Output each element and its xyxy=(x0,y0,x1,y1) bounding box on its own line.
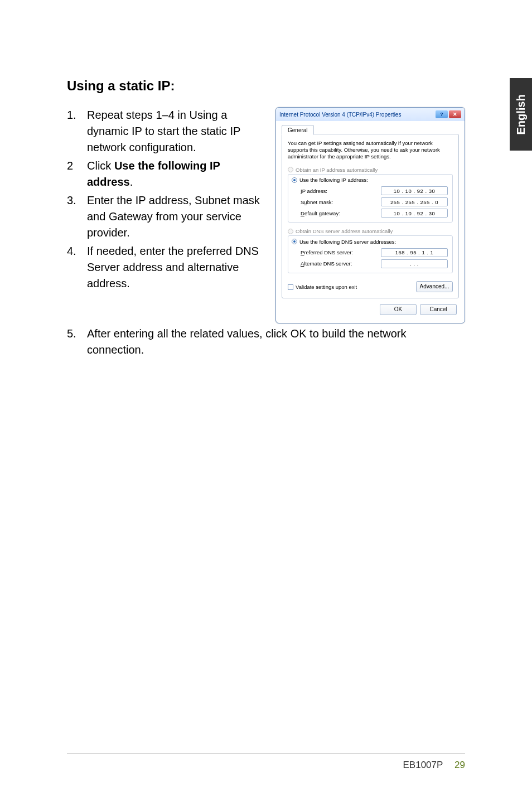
label-pref-dns: Preferred DNS server: xyxy=(301,249,381,255)
radio-icon xyxy=(288,167,293,172)
radio-icon xyxy=(292,177,297,183)
step-number: 3. xyxy=(67,192,87,241)
footer-model: EB1007P xyxy=(403,760,443,770)
dialog-title: Internet Protocol Version 4 (TCP/IPv4) P… xyxy=(279,112,401,118)
ok-button[interactable]: OK xyxy=(380,304,417,315)
step-number: 1. xyxy=(67,107,87,156)
step-text: After entering all the related values, c… xyxy=(87,326,465,358)
step-number: 2 xyxy=(67,158,87,190)
radio-obtain-ip-auto[interactable]: Obtain an IP address automatically xyxy=(288,166,453,174)
ip-address-group: Use the following IP address: IP address… xyxy=(288,174,453,223)
step-1: 1. Repeat steps 1–4 in Using a dynamic I… xyxy=(67,107,262,156)
radio-use-dns[interactable]: Use the following DNS server addresses: xyxy=(291,239,397,245)
radio-icon xyxy=(288,229,293,234)
field-ip-address: IP address: 10 . 10 . 92 . 30 xyxy=(301,186,448,195)
step-text: Repeat steps 1–4 in Using a dynamic IP t… xyxy=(87,107,262,156)
checkbox-icon xyxy=(288,284,293,290)
help-button[interactable]: ? xyxy=(436,110,448,118)
radio-icon xyxy=(292,239,297,244)
label-ip: IP address: xyxy=(301,188,381,194)
label-gateway: Default gateway: xyxy=(301,210,381,216)
tab-panel: You can get IP settings assigned automat… xyxy=(282,134,459,298)
field-pref-dns: Preferred DNS server: 168 . 95 . 1 . 1 xyxy=(301,248,448,257)
close-button[interactable]: ✕ xyxy=(449,110,461,118)
step-text: If needed, enter the preferred DNS Serve… xyxy=(87,243,262,292)
input-subnet-mask[interactable]: 255 . 255 . 255 . 0 xyxy=(381,197,448,206)
dialog-column: Internet Protocol Version 4 (TCP/IPv4) P… xyxy=(275,107,465,323)
section-heading: Using a static IP: xyxy=(67,78,465,94)
step-text: Enter the IP address, Subnet mask and Ga… xyxy=(87,192,262,241)
field-gateway: Default gateway: 10 . 10 . 92 . 30 xyxy=(301,209,448,218)
step-5: 5. After entering all the related values… xyxy=(67,326,465,358)
dialog-titlebar: Internet Protocol Version 4 (TCP/IPv4) P… xyxy=(276,108,465,121)
ipv4-properties-dialog: Internet Protocol Version 4 (TCP/IPv4) P… xyxy=(275,107,465,323)
step-text: Click Use the following IP address. xyxy=(87,158,262,190)
radio-use-ip[interactable]: Use the following IP address: xyxy=(291,177,369,183)
dialog-description: You can get IP settings assigned automat… xyxy=(288,140,453,160)
input-default-gateway[interactable]: 10 . 10 . 92 . 30 xyxy=(381,209,448,218)
dialog-bottom-buttons: OK Cancel xyxy=(282,298,459,317)
dialog-body: General You can get IP settings assigned… xyxy=(276,121,465,323)
dns-group: Use the following DNS server addresses: … xyxy=(288,235,453,273)
footer-page-number: 29 xyxy=(454,760,465,770)
advanced-button[interactable]: Advanced... xyxy=(416,281,453,292)
field-alt-dns: Alternate DNS server: . . . xyxy=(301,259,448,268)
label-alt-dns: Alternate DNS server: xyxy=(301,260,381,267)
step-3: 3. Enter the IP address, Subnet mask and… xyxy=(67,192,262,241)
step-2: 2 Click Use the following IP address. xyxy=(67,158,262,190)
content-row: 1. Repeat steps 1–4 in Using a dynamic I… xyxy=(67,107,465,323)
checkbox-validate[interactable]: Validate settings upon exit xyxy=(288,284,357,290)
page-footer: EB1007P 29 xyxy=(67,753,465,771)
cancel-button[interactable]: Cancel xyxy=(420,304,457,315)
input-preferred-dns[interactable]: 168 . 95 . 1 . 1 xyxy=(381,248,448,257)
label-subnet: Subnet mask: xyxy=(301,199,381,205)
page-content: Using a static IP: 1. Repeat steps 1–4 i… xyxy=(0,0,532,392)
step-4: 4. If needed, enter the preferred DNS Se… xyxy=(67,243,262,292)
steps-column: 1. Repeat steps 1–4 in Using a dynamic I… xyxy=(67,107,262,294)
radio-obtain-dns-auto: Obtain DNS server address automatically xyxy=(288,227,453,235)
steps-list: 1. Repeat steps 1–4 in Using a dynamic I… xyxy=(67,107,262,292)
step-number: 5. xyxy=(67,326,87,358)
field-subnet: Subnet mask: 255 . 255 . 255 . 0 xyxy=(301,197,448,206)
tab-general[interactable]: General xyxy=(282,125,314,135)
input-ip-address[interactable]: 10 . 10 . 92 . 30 xyxy=(381,186,448,195)
input-alternate-dns[interactable]: . . . xyxy=(381,259,448,268)
step-number: 4. xyxy=(67,243,87,292)
